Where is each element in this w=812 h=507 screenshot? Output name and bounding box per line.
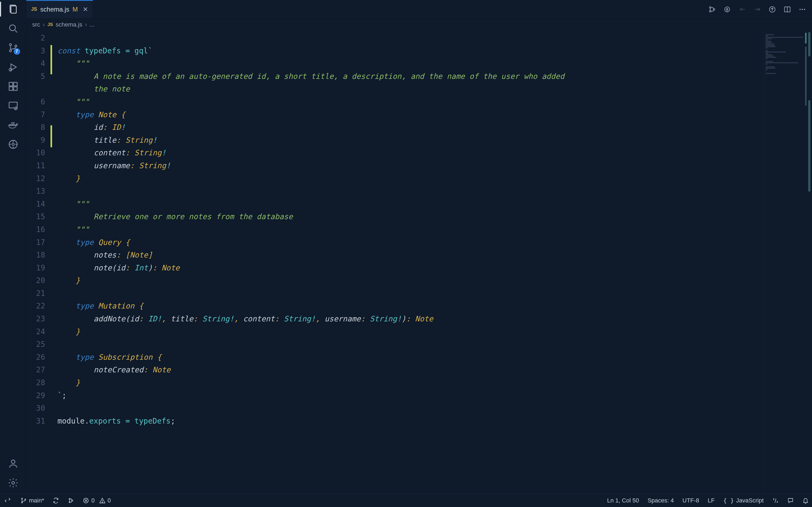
code-area[interactable]: const typeDefs = gql` """ A note is made… <box>52 31 764 494</box>
code-line[interactable]: } <box>57 274 764 287</box>
line-number: 29 <box>26 389 45 402</box>
git-mod-marker <box>50 111 52 118</box>
problems[interactable]: 0 0 <box>82 497 112 504</box>
code-line[interactable]: id: ID! <box>57 121 764 134</box>
sync-icon[interactable] <box>52 497 60 504</box>
code-line[interactable]: type Subscription { <box>57 351 764 364</box>
svg-point-38 <box>21 502 22 503</box>
code-line[interactable]: `; <box>57 389 764 402</box>
search-icon[interactable] <box>7 22 19 34</box>
prev-change-icon[interactable] <box>738 5 747 14</box>
git-mod-marker <box>50 220 52 227</box>
accounts-icon[interactable] <box>7 458 19 469</box>
code-line[interactable]: note(id: Int): Note <box>57 262 764 274</box>
code-line[interactable]: addNote(id: ID!, title: String!, content… <box>57 313 764 325</box>
line-number: 26 <box>26 351 45 364</box>
code-line[interactable]: """ <box>57 57 764 70</box>
git-branch[interactable]: main* <box>19 497 45 504</box>
editor[interactable]: 2345678910111213141516171819202122232425… <box>26 31 812 494</box>
remote-explorer-icon[interactable] <box>7 100 19 112</box>
line-number: 16 <box>26 223 45 236</box>
svg-rect-19 <box>11 122 13 124</box>
eol[interactable]: LF <box>707 497 716 504</box>
git-mod-marker <box>50 125 52 132</box>
extensions-icon[interactable] <box>7 80 19 92</box>
minimap[interactable] <box>764 31 807 494</box>
activity-bar: 7 <box>0 0 26 494</box>
line-number: 27 <box>26 363 45 376</box>
code-line[interactable] <box>57 32 764 45</box>
git-mod-marker <box>50 191 52 198</box>
code-line[interactable]: the note <box>57 82 764 96</box>
braces-icon: { } <box>723 497 734 504</box>
code-line[interactable]: Retrieve one or more notes from the data… <box>57 210 764 223</box>
code-line[interactable]: """ <box>57 223 764 236</box>
prettier-icon[interactable] <box>771 497 780 504</box>
svg-rect-11 <box>13 87 17 91</box>
tab-bar: JS schema.js M ✕ <box>26 0 812 19</box>
encoding[interactable]: UTF-8 <box>681 497 700 504</box>
svg-point-25 <box>709 7 711 8</box>
code-line[interactable]: type Query { <box>57 236 764 249</box>
source-control-icon[interactable]: 7 <box>7 42 19 54</box>
gitlens-status-icon[interactable] <box>66 497 75 504</box>
code-line[interactable] <box>57 185 764 198</box>
next-change-icon[interactable] <box>753 5 762 14</box>
toggle-icon[interactable] <box>768 5 776 14</box>
chevron-right-icon: › <box>85 21 87 28</box>
split-editor-icon[interactable] <box>783 5 792 14</box>
code-line[interactable] <box>57 338 764 351</box>
close-icon[interactable]: ✕ <box>83 6 88 13</box>
line-number: 21 <box>26 287 45 300</box>
code-line[interactable]: } <box>57 325 764 338</box>
settings-gear-icon[interactable] <box>7 477 19 489</box>
git-mod-marker <box>50 176 52 184</box>
svg-point-34 <box>800 9 801 10</box>
svg-point-47 <box>102 502 103 502</box>
remote-indicator[interactable] <box>2 494 13 507</box>
breadcrumb-folder[interactable]: src <box>32 21 40 28</box>
indentation[interactable]: Spaces: 4 <box>647 497 675 504</box>
code-line[interactable]: type Note { <box>57 108 764 121</box>
tab-schema-js[interactable]: JS schema.js M ✕ <box>26 0 93 18</box>
code-line[interactable]: noteCreated: Note <box>57 363 764 376</box>
code-line[interactable]: content: String! <box>57 147 764 159</box>
open-changes-icon[interactable] <box>723 5 731 14</box>
code-line[interactable]: A note is made of an auto-generated id, … <box>57 70 764 83</box>
code-line[interactable]: """ <box>57 96 764 108</box>
svg-point-2 <box>9 25 15 31</box>
warning-count: 0 <box>108 497 111 504</box>
code-line[interactable] <box>57 287 764 300</box>
svg-point-37 <box>21 498 22 499</box>
code-line[interactable]: const typeDefs = gql` <box>57 45 764 57</box>
gitlens-icon[interactable] <box>7 138 19 150</box>
line-number: 18 <box>26 249 45 262</box>
run-debug-icon[interactable] <box>7 61 19 73</box>
svg-point-40 <box>69 498 70 500</box>
code-line[interactable] <box>57 402 764 415</box>
notifications-icon[interactable] <box>801 497 810 504</box>
more-icon[interactable] <box>798 5 807 14</box>
code-line[interactable]: """ <box>57 198 764 211</box>
docker-icon[interactable] <box>7 119 19 131</box>
feedback-icon[interactable] <box>786 497 795 504</box>
language-mode[interactable]: { } JavaScript <box>722 497 765 504</box>
code-line[interactable]: } <box>57 172 764 185</box>
code-line[interactable]: } <box>57 376 764 389</box>
code-line[interactable]: username: String! <box>57 159 764 172</box>
overview-ruler[interactable] <box>807 31 812 494</box>
code-line[interactable]: module.exports = typeDefs; <box>57 415 764 428</box>
line-number: 24 <box>26 325 45 338</box>
explorer-icon[interactable] <box>7 3 19 15</box>
breadcrumb[interactable]: src › JS schema.js › ... <box>26 19 812 31</box>
code-line[interactable]: title: String! <box>57 134 764 147</box>
line-number: 6 <box>26 96 45 108</box>
breadcrumb-file[interactable]: schema.js <box>56 21 82 28</box>
code-line[interactable]: type Mutation { <box>57 300 764 313</box>
chevron-right-icon: › <box>43 21 45 28</box>
cursor-position[interactable]: Ln 1, Col 50 <box>606 497 640 504</box>
compare-changes-icon[interactable] <box>708 5 716 14</box>
code-line[interactable]: notes: [Note] <box>57 249 764 262</box>
status-bar: main* 0 0 Ln 1, Col 50 Spaces: 4 UTF-8 L… <box>0 494 812 507</box>
breadcrumb-symbol[interactable]: ... <box>90 21 95 28</box>
